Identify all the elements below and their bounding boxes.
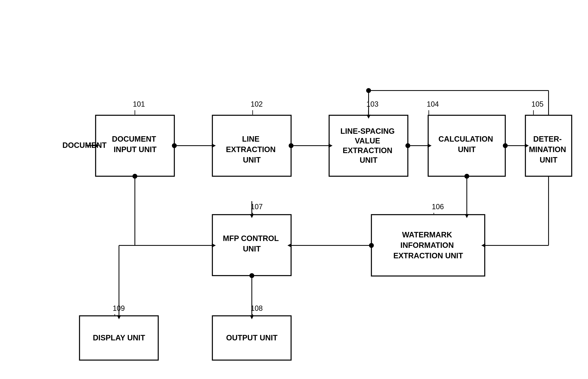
dot-mfp-down — [249, 273, 254, 278]
display-label: DISPLAY UNIT — [93, 333, 145, 342]
ref-107: 107 — [251, 203, 263, 211]
output-label: OUTPUT UNIT — [226, 333, 278, 342]
ref-102: 102 — [251, 100, 263, 108]
dot-calc-down — [464, 174, 469, 179]
dot-doc-down — [132, 174, 137, 179]
line-spacing-box — [329, 115, 408, 176]
ref-101: 101 — [133, 100, 145, 108]
ref-108: 108 — [251, 304, 263, 312]
ref-106: 106 — [432, 203, 444, 211]
dot-calc-out — [503, 143, 508, 148]
dot-spacing-out — [406, 143, 410, 148]
dot-line-out — [289, 143, 294, 148]
document-label: DOCUMENT — [62, 141, 107, 149]
ref-104: 104 — [427, 100, 439, 108]
watermark-label: WATERMARK INFORMATION EXTRACTION UNIT — [393, 231, 463, 260]
ref-105: 105 — [531, 100, 543, 108]
dot-doc-out — [172, 143, 177, 148]
diagram: 101 102 103 104 105 106 107 108 109 DOCU… — [0, 0, 588, 379]
